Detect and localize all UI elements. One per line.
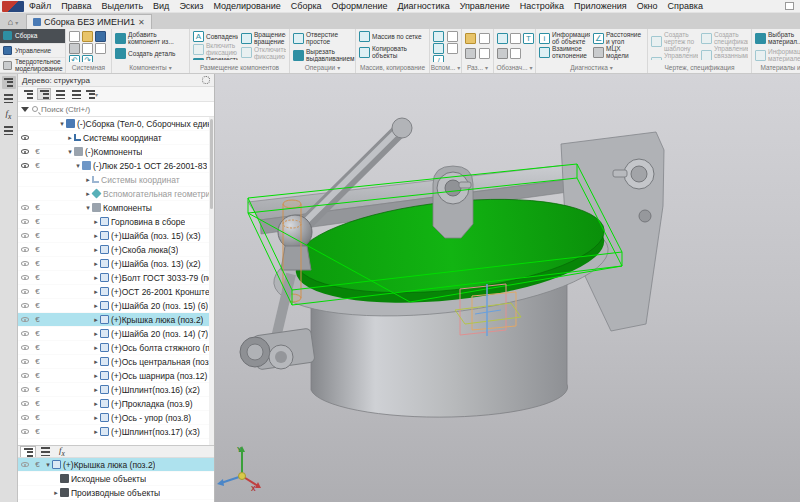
expand-arrow-icon[interactable]: ▸: [92, 316, 100, 324]
print-icon[interactable]: [69, 43, 80, 54]
tree-composition-view-button[interactable]: [37, 88, 51, 100]
undo-icon[interactable]: ↶: [69, 55, 80, 62]
expand-arrow-icon[interactable]: ▸: [92, 414, 100, 422]
load-state-icon[interactable]: €: [35, 232, 39, 240]
preview-icon[interactable]: [82, 43, 93, 54]
expand-arrow-icon[interactable]: ▾: [44, 461, 52, 469]
load-state-icon[interactable]: €: [35, 148, 39, 156]
tree-row[interactable]: ▾ (-)Сборка (Тел-0, Сборочных единиц-1, …: [18, 117, 214, 131]
enable-fixation-button[interactable]: Включить фиксацию: [193, 42, 238, 56]
aux-line-icon[interactable]: /: [433, 55, 444, 62]
filter-icon[interactable]: [21, 107, 29, 112]
visibility-icon[interactable]: [21, 345, 29, 350]
menu-assembly[interactable]: Сборка: [286, 1, 327, 11]
visibility-icon[interactable]: [21, 275, 29, 280]
load-state-icon[interactable]: €: [35, 358, 39, 366]
aux-point-icon[interactable]: [433, 43, 444, 54]
simple-hole-button[interactable]: Отверстие простое: [293, 31, 352, 45]
expand-arrow-icon[interactable]: ▸: [92, 400, 100, 408]
subpanel-tree-tab[interactable]: [20, 446, 36, 457]
expand-arrow-icon[interactable]: ▾: [84, 204, 92, 212]
menu-view[interactable]: Вид: [148, 1, 174, 11]
load-state-icon[interactable]: €: [35, 316, 39, 324]
mutual-deviation-button[interactable]: Взаимное отклонение: [539, 45, 590, 59]
menu-applications[interactable]: Приложения: [569, 1, 632, 11]
panel-tab-assembly[interactable]: Сборка: [0, 29, 65, 44]
subpanel-row[interactable]: ▸ Производные объекты: [18, 486, 214, 500]
list-panel-button[interactable]: [2, 92, 16, 105]
new-document-icon[interactable]: [69, 31, 80, 42]
create-drawing-button[interactable]: Создать чертеж по шаблону: [651, 31, 698, 52]
parameters-panel-button[interactable]: fx: [2, 108, 16, 121]
subpanel-list-tab[interactable]: [37, 446, 53, 457]
expand-arrow-icon[interactable]: ▸: [92, 386, 100, 394]
tree-row[interactable]: € ▾ (-)Люк 250-1 ОСТ 26-2001-83: [18, 159, 214, 173]
load-state-icon[interactable]: €: [35, 414, 39, 422]
tab-close-icon[interactable]: ✕: [138, 18, 145, 27]
add-component-button[interactable]: Добавить компонент из...: [115, 31, 186, 45]
tree-display-options-button[interactable]: ▾: [85, 88, 99, 100]
create-specification-button[interactable]: Создать спецификацию: [701, 31, 748, 45]
tree-row[interactable]: € ▸ (+)Прокладка (поз.9): [18, 397, 214, 411]
visibility-icon[interactable]: [21, 359, 29, 364]
menu-management[interactable]: Управление: [455, 1, 515, 11]
tree-row[interactable]: € ▸ (+)Ось болта стяжного (поз.11): [18, 341, 214, 355]
visibility-icon[interactable]: [21, 219, 29, 224]
menu-modeling[interactable]: Моделирование: [208, 1, 285, 11]
tree-row[interactable]: € ▸ (+)Шайба (поз. 13) (х2): [18, 257, 214, 271]
tree-row[interactable]: € ▸ (+)Скоба люка(3): [18, 243, 214, 257]
expand-arrow-icon[interactable]: ▾: [66, 148, 74, 156]
tree-row[interactable]: € ▸ (+)Шплинт(поз.16) (х2): [18, 383, 214, 397]
disable-fixation-button[interactable]: Отключить фиксацию: [241, 46, 286, 60]
tree-row[interactable]: € ▸ (+)Ось шарнира (поз.12) (2): [18, 369, 214, 383]
tree-row[interactable]: € ▸ (+)Ось центральная (поз.12) (1): [18, 355, 214, 369]
visibility-icon[interactable]: [21, 135, 29, 140]
expand-arrow-icon[interactable]: ▸: [66, 134, 74, 142]
expand-arrow-icon[interactable]: ▸: [92, 372, 100, 380]
tolerance-icon[interactable]: [510, 48, 521, 59]
redo-icon[interactable]: ↷: [82, 55, 93, 62]
open-icon[interactable]: [82, 31, 93, 42]
expand-arrow-icon[interactable]: ▾: [74, 162, 82, 170]
expand-arrow-icon[interactable]: ▸: [92, 344, 100, 352]
viewport-3d[interactable]: Y X: [215, 74, 800, 502]
tree-row[interactable]: € ▾ Компоненты: [18, 201, 214, 215]
properties-icon[interactable]: [95, 43, 106, 54]
visibility-icon[interactable]: [21, 462, 29, 467]
text-icon[interactable]: T: [523, 33, 534, 44]
home-button[interactable]: ⌂ ▾: [0, 15, 26, 29]
expand-arrow-icon[interactable]: ▸: [92, 288, 100, 296]
tree-row[interactable]: € ▸ (+)Шайба 20 (поз. 15) (6): [18, 299, 214, 313]
subpanel-row[interactable]: Исходные объекты: [18, 472, 214, 486]
menu-format[interactable]: Оформление: [327, 1, 393, 11]
create-part-button[interactable]: Создать деталь: [115, 48, 186, 59]
visibility-icon[interactable]: [21, 415, 29, 420]
expand-arrow-icon[interactable]: ▸: [92, 428, 100, 436]
tree-row[interactable]: ▸ Системы координат: [18, 173, 214, 187]
cut-extrude-button[interactable]: Вырезать выдавливанием: [293, 48, 352, 62]
tree-row[interactable]: € ▸ (+)Шайба 20 (поз. 14) (7): [18, 327, 214, 341]
load-state-icon[interactable]: €: [35, 274, 39, 282]
group-caret-icon[interactable]: ▾: [610, 64, 613, 71]
visibility-icon[interactable]: [21, 261, 29, 266]
copy-objects-button[interactable]: Копировать объекты: [359, 45, 426, 59]
save-icon[interactable]: [95, 31, 106, 42]
material-info-button[interactable]: Информация о материале...: [755, 48, 800, 62]
load-state-icon[interactable]: €: [35, 386, 39, 394]
load-state-icon[interactable]: €: [35, 428, 39, 436]
panel-tab-solid-modeling[interactable]: Твердотельное моделирование: [0, 58, 65, 73]
menu-sketch[interactable]: Эскиз: [174, 1, 208, 11]
grid-array-button[interactable]: Массив по сетке: [359, 31, 426, 42]
tree-row[interactable]: ▸ Вспомогательная геометрия: [18, 187, 214, 201]
group-caret-icon[interactable]: ▾: [485, 64, 488, 71]
subpanel-fx-tab[interactable]: fx: [54, 446, 70, 457]
load-state-icon[interactable]: €: [35, 246, 39, 254]
tree-row[interactable]: € ▸ (+)Ось - упор (поз.8): [18, 411, 214, 425]
tree-row[interactable]: € ▸ (+)Шплинт(поз.17) (х3): [18, 425, 214, 439]
select-material-button[interactable]: Выбрать материал...: [755, 31, 800, 45]
load-state-icon[interactable]: €: [35, 372, 39, 380]
tree-row[interactable]: € ▾ (-)Компоненты: [18, 145, 214, 159]
visibility-icon[interactable]: [21, 317, 29, 322]
menu-window[interactable]: Окно: [632, 1, 663, 11]
mass-properties-button[interactable]: МЦХ модели: [593, 45, 644, 59]
